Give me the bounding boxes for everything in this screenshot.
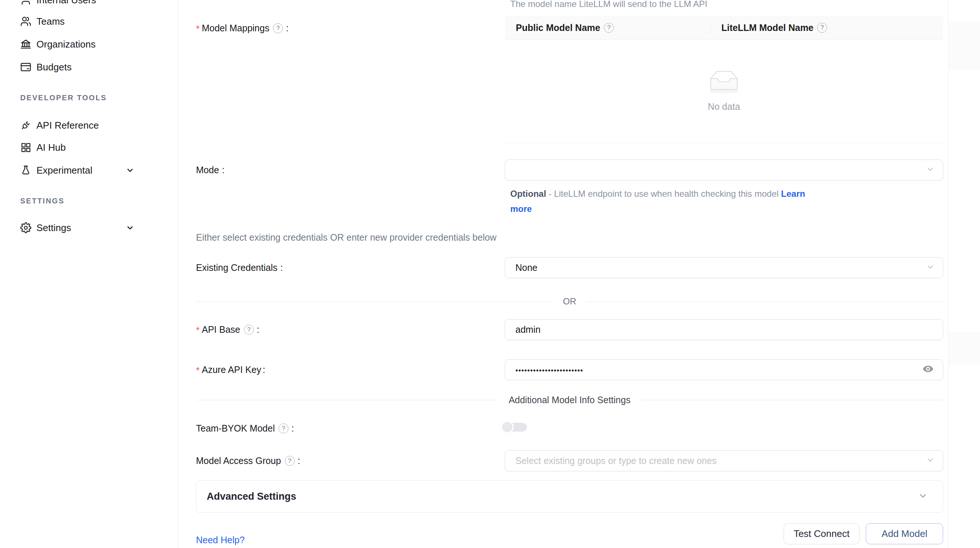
sidebar-section-settings: SETTINGS <box>20 197 64 205</box>
background-ghost <box>948 22 980 70</box>
sidebar-item-label: Experimental <box>37 165 92 176</box>
model-name-hint: The model name LiteLLM will send to the … <box>510 0 707 9</box>
team-byok-label: Team-BYOK Model ? : <box>196 418 294 439</box>
chevron-down-icon <box>125 223 135 233</box>
model-mappings-label: * Model Mappings ? : <box>196 18 288 39</box>
bank-icon <box>20 39 31 50</box>
sidebar-item-label: Teams <box>37 16 65 27</box>
required-mark: * <box>196 365 200 376</box>
users-icon <box>20 16 31 27</box>
model-mappings-table: Public Model Name ? LiteLLM Model Name ? <box>505 16 943 143</box>
model-access-group-label: Model Access Group ? : <box>196 450 300 472</box>
sidebar-item-settings[interactable]: Settings <box>0 216 178 239</box>
need-help-row: Need Help? <box>196 530 245 548</box>
need-help-link[interactable]: Need Help? <box>196 535 245 545</box>
sidebar-item-label: Budgets <box>37 62 72 73</box>
plug-icon <box>20 120 31 131</box>
or-text: OR <box>563 296 576 307</box>
input-value: admin <box>515 324 541 335</box>
chevron-down-icon <box>926 262 935 274</box>
team-byok-toggle[interactable] <box>502 423 527 432</box>
column-header-litellm-model-name: LiteLLM Model Name ? <box>710 22 829 33</box>
mode-label: Mode : <box>196 159 225 181</box>
user-icon <box>20 0 31 6</box>
sidebar-item-teams[interactable]: Teams <box>0 10 178 33</box>
additional-settings-divider: Additional Model Info Settings <box>196 390 943 410</box>
sidebar-item-label: Internal Users <box>37 0 96 6</box>
table-empty-state: No data <box>505 40 943 143</box>
grid-icon <box>20 142 31 153</box>
sidebar: Internal Users Teams Organizations Budge… <box>0 0 178 548</box>
sidebar-item-ai-hub[interactable]: AI Hub <box>0 136 178 159</box>
api-base-input[interactable]: admin <box>505 319 943 340</box>
help-icon[interactable]: ? <box>817 23 827 33</box>
chevron-down-icon <box>926 165 935 176</box>
sidebar-item-label: Organizations <box>37 39 95 50</box>
gear-icon <box>20 222 31 233</box>
selected-value: None <box>515 262 538 273</box>
existing-credentials-label: Existing Credentials : <box>196 257 283 278</box>
required-mark: * <box>196 325 200 336</box>
sidebar-item-label: API Reference <box>37 120 99 131</box>
add-model-page: Internal Users Teams Organizations Budge… <box>0 0 980 548</box>
eye-icon[interactable] <box>922 363 934 377</box>
no-data-text: No data <box>708 101 740 112</box>
add-model-button[interactable]: Add Model <box>866 523 943 544</box>
sidebar-item-organizations[interactable]: Organizations <box>0 33 178 56</box>
additional-settings-text: Additional Model Info Settings <box>509 395 631 405</box>
help-icon[interactable]: ? <box>273 23 283 33</box>
sidebar-item-budgets[interactable]: Budgets <box>0 56 178 78</box>
advanced-settings-title: Advanced Settings <box>207 491 296 502</box>
required-mark: * <box>196 24 200 34</box>
table-header-row: Public Model Name ? LiteLLM Model Name ? <box>505 16 943 40</box>
toggle-knob <box>501 421 514 434</box>
sidebar-section-developer-tools: DEVELOPER TOOLS <box>20 94 107 102</box>
existing-credentials-select[interactable]: None <box>505 257 943 278</box>
azure-api-key-label: * Azure API Key : <box>196 359 265 380</box>
column-header-public-model-name: Public Model Name ? <box>505 22 710 33</box>
sidebar-item-experimental[interactable]: Experimental <box>0 159 178 182</box>
test-connect-button[interactable]: Test Connect <box>784 523 859 544</box>
content-right-edge <box>948 0 948 548</box>
masked-password-value: ••••••••••••••••••••••• <box>515 366 583 375</box>
credentials-hint: Either select existing credentials OR en… <box>196 232 496 243</box>
sidebar-item-label: AI Hub <box>37 142 66 153</box>
background-ghost <box>948 332 980 365</box>
flask-icon <box>20 165 31 176</box>
mode-help-text: Optional - LiteLLM endpoint to use when … <box>510 186 827 216</box>
azure-api-key-input[interactable]: ••••••••••••••••••••••• <box>505 359 943 380</box>
help-icon[interactable]: ? <box>278 424 288 433</box>
advanced-settings-panel[interactable]: Advanced Settings <box>196 480 943 513</box>
api-base-label: * API Base ? : <box>196 319 259 340</box>
sidebar-item-label: Settings <box>37 222 71 234</box>
model-access-group-select[interactable]: Select existing groups or type to create… <box>505 450 943 472</box>
chevron-down-icon <box>918 491 928 502</box>
select-placeholder: Select existing groups or type to create… <box>515 456 717 466</box>
help-icon[interactable]: ? <box>244 325 254 335</box>
sidebar-item-api-reference[interactable]: API Reference <box>0 114 178 137</box>
mode-select[interactable] <box>505 159 943 181</box>
empty-inbox-icon <box>706 70 742 96</box>
chevron-down-icon <box>125 166 135 175</box>
help-icon[interactable]: ? <box>285 456 295 466</box>
or-divider: OR <box>196 291 943 312</box>
column-separator <box>710 21 711 35</box>
chevron-down-icon <box>926 456 935 467</box>
credit-card-icon <box>20 62 31 73</box>
help-icon[interactable]: ? <box>604 23 614 33</box>
